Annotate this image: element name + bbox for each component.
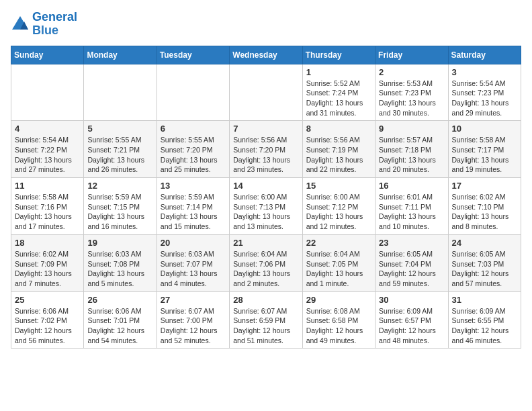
calendar-day-cell: 1 Sunrise: 5:52 AMSunset: 7:24 PMDayligh… <box>302 64 375 121</box>
day-detail: Sunrise: 6:07 AMSunset: 7:00 PMDaylight:… <box>161 306 226 346</box>
calendar-header-row: SundayMondayTuesdayWednesdayThursdayFrid… <box>11 46 521 64</box>
day-number: 10 <box>452 124 517 134</box>
day-number: 13 <box>161 181 226 191</box>
calendar-day-cell: 18 Sunrise: 6:02 AMSunset: 7:09 PMDaylig… <box>11 234 84 291</box>
day-number: 5 <box>87 124 152 134</box>
day-detail: Sunrise: 5:53 AMSunset: 7:23 PMDaylight:… <box>379 79 444 118</box>
day-detail: Sunrise: 5:59 AMSunset: 7:14 PMDaylight:… <box>161 192 226 232</box>
calendar-day-cell: 20 Sunrise: 6:03 AMSunset: 7:07 PMDaylig… <box>157 234 229 291</box>
day-detail: Sunrise: 5:54 AMSunset: 7:23 PMDaylight:… <box>452 79 517 118</box>
day-number: 6 <box>161 124 226 134</box>
day-detail: Sunrise: 5:54 AMSunset: 7:22 PMDaylight:… <box>15 135 80 175</box>
calendar-day-cell <box>11 64 84 121</box>
calendar-week-row: 4 Sunrise: 5:54 AMSunset: 7:22 PMDayligh… <box>11 121 521 178</box>
calendar-day-cell: 4 Sunrise: 5:54 AMSunset: 7:22 PMDayligh… <box>11 121 84 178</box>
day-detail: Sunrise: 6:00 AMSunset: 7:13 PMDaylight:… <box>233 192 298 232</box>
day-detail: Sunrise: 5:52 AMSunset: 7:24 PMDaylight:… <box>306 79 371 118</box>
calendar-day-cell: 8 Sunrise: 5:56 AMSunset: 7:19 PMDayligh… <box>302 121 375 178</box>
day-detail: Sunrise: 5:58 AMSunset: 7:17 PMDaylight:… <box>452 135 517 175</box>
calendar-day-cell: 13 Sunrise: 5:59 AMSunset: 7:14 PMDaylig… <box>157 178 229 235</box>
day-number: 7 <box>233 124 298 134</box>
day-detail: Sunrise: 6:04 AMSunset: 7:06 PMDaylight:… <box>233 249 298 289</box>
calendar-day-cell: 27 Sunrise: 6:07 AMSunset: 7:00 PMDaylig… <box>157 291 229 349</box>
calendar-day-cell: 15 Sunrise: 6:00 AMSunset: 7:12 PMDaylig… <box>302 178 375 235</box>
calendar-day-cell: 11 Sunrise: 5:58 AMSunset: 7:16 PMDaylig… <box>11 178 84 235</box>
calendar-day-cell <box>84 64 157 121</box>
logo-text: General Blue <box>32 11 77 38</box>
calendar-day-cell: 31 Sunrise: 6:09 AMSunset: 6:55 PMDaylig… <box>448 291 521 349</box>
day-number: 31 <box>452 295 517 305</box>
day-number: 30 <box>379 295 444 305</box>
calendar-day-cell: 10 Sunrise: 5:58 AMSunset: 7:17 PMDaylig… <box>448 121 521 178</box>
day-number: 21 <box>233 238 298 248</box>
day-number: 28 <box>233 295 298 305</box>
calendar-day-cell: 9 Sunrise: 5:57 AMSunset: 7:18 PMDayligh… <box>375 121 448 178</box>
weekday-header: Wednesday <box>230 46 302 64</box>
day-number: 29 <box>306 295 371 305</box>
calendar-week-row: 18 Sunrise: 6:02 AMSunset: 7:09 PMDaylig… <box>11 234 521 291</box>
day-number: 20 <box>161 238 226 248</box>
weekday-header: Friday <box>375 46 448 64</box>
calendar-day-cell: 24 Sunrise: 6:05 AMSunset: 7:03 PMDaylig… <box>448 234 521 291</box>
day-number: 3 <box>452 67 517 77</box>
calendar-week-row: 25 Sunrise: 6:06 AMSunset: 7:02 PMDaylig… <box>11 291 521 349</box>
calendar-day-cell <box>230 64 302 121</box>
page-header: General Blue <box>11 11 521 38</box>
day-number: 15 <box>306 181 371 191</box>
calendar-week-row: 1 Sunrise: 5:52 AMSunset: 7:24 PMDayligh… <box>11 64 521 121</box>
day-number: 4 <box>15 124 80 134</box>
weekday-header: Thursday <box>302 46 375 64</box>
day-detail: Sunrise: 6:04 AMSunset: 7:05 PMDaylight:… <box>306 249 371 289</box>
day-number: 19 <box>87 238 152 248</box>
day-number: 25 <box>15 295 80 305</box>
day-detail: Sunrise: 5:56 AMSunset: 7:19 PMDaylight:… <box>306 135 371 175</box>
day-detail: Sunrise: 5:55 AMSunset: 7:20 PMDaylight:… <box>161 135 226 175</box>
calendar-day-cell: 22 Sunrise: 6:04 AMSunset: 7:05 PMDaylig… <box>302 234 375 291</box>
calendar-day-cell: 5 Sunrise: 5:55 AMSunset: 7:21 PMDayligh… <box>84 121 157 178</box>
day-detail: Sunrise: 5:55 AMSunset: 7:21 PMDaylight:… <box>87 135 152 175</box>
calendar-day-cell: 7 Sunrise: 5:56 AMSunset: 7:20 PMDayligh… <box>230 121 302 178</box>
calendar-day-cell: 30 Sunrise: 6:09 AMSunset: 6:57 PMDaylig… <box>375 291 448 349</box>
day-number: 24 <box>452 238 517 248</box>
calendar-day-cell: 17 Sunrise: 6:02 AMSunset: 7:10 PMDaylig… <box>448 178 521 235</box>
calendar-day-cell: 14 Sunrise: 6:00 AMSunset: 7:13 PMDaylig… <box>230 178 302 235</box>
day-detail: Sunrise: 5:56 AMSunset: 7:20 PMDaylight:… <box>233 135 298 175</box>
day-detail: Sunrise: 6:07 AMSunset: 6:59 PMDaylight:… <box>233 306 298 346</box>
day-detail: Sunrise: 6:06 AMSunset: 7:01 PMDaylight:… <box>87 306 152 346</box>
calendar-day-cell <box>157 64 229 121</box>
calendar-day-cell: 2 Sunrise: 5:53 AMSunset: 7:23 PMDayligh… <box>375 64 448 121</box>
day-detail: Sunrise: 5:58 AMSunset: 7:16 PMDaylight:… <box>15 192 80 232</box>
calendar-day-cell: 19 Sunrise: 6:03 AMSunset: 7:08 PMDaylig… <box>84 234 157 291</box>
day-detail: Sunrise: 6:00 AMSunset: 7:12 PMDaylight:… <box>306 192 371 232</box>
day-detail: Sunrise: 5:57 AMSunset: 7:18 PMDaylight:… <box>379 135 444 175</box>
logo: General Blue <box>11 11 77 38</box>
day-detail: Sunrise: 6:09 AMSunset: 6:57 PMDaylight:… <box>379 306 444 346</box>
day-detail: Sunrise: 5:59 AMSunset: 7:15 PMDaylight:… <box>87 192 152 232</box>
calendar-day-cell: 29 Sunrise: 6:08 AMSunset: 6:58 PMDaylig… <box>302 291 375 349</box>
weekday-header: Tuesday <box>157 46 229 64</box>
calendar-day-cell: 21 Sunrise: 6:04 AMSunset: 7:06 PMDaylig… <box>230 234 302 291</box>
day-detail: Sunrise: 6:01 AMSunset: 7:11 PMDaylight:… <box>379 192 444 232</box>
day-number: 16 <box>379 181 444 191</box>
day-number: 14 <box>233 181 298 191</box>
day-number: 26 <box>87 295 152 305</box>
day-number: 12 <box>87 181 152 191</box>
calendar-day-cell: 12 Sunrise: 5:59 AMSunset: 7:15 PMDaylig… <box>84 178 157 235</box>
calendar-week-row: 11 Sunrise: 5:58 AMSunset: 7:16 PMDaylig… <box>11 178 521 235</box>
day-number: 8 <box>306 124 371 134</box>
weekday-header: Saturday <box>448 46 521 64</box>
day-detail: Sunrise: 6:02 AMSunset: 7:10 PMDaylight:… <box>452 192 517 232</box>
day-number: 11 <box>15 181 80 191</box>
day-detail: Sunrise: 6:05 AMSunset: 7:04 PMDaylight:… <box>379 249 444 289</box>
day-number: 9 <box>379 124 444 134</box>
calendar-day-cell: 6 Sunrise: 5:55 AMSunset: 7:20 PMDayligh… <box>157 121 229 178</box>
day-detail: Sunrise: 6:02 AMSunset: 7:09 PMDaylight:… <box>15 249 80 289</box>
weekday-header: Sunday <box>11 46 84 64</box>
day-number: 1 <box>306 67 371 77</box>
calendar-day-cell: 25 Sunrise: 6:06 AMSunset: 7:02 PMDaylig… <box>11 291 84 349</box>
day-number: 18 <box>15 238 80 248</box>
calendar-day-cell: 16 Sunrise: 6:01 AMSunset: 7:11 PMDaylig… <box>375 178 448 235</box>
calendar-day-cell: 23 Sunrise: 6:05 AMSunset: 7:04 PMDaylig… <box>375 234 448 291</box>
calendar-day-cell: 28 Sunrise: 6:07 AMSunset: 6:59 PMDaylig… <box>230 291 302 349</box>
day-number: 22 <box>306 238 371 248</box>
